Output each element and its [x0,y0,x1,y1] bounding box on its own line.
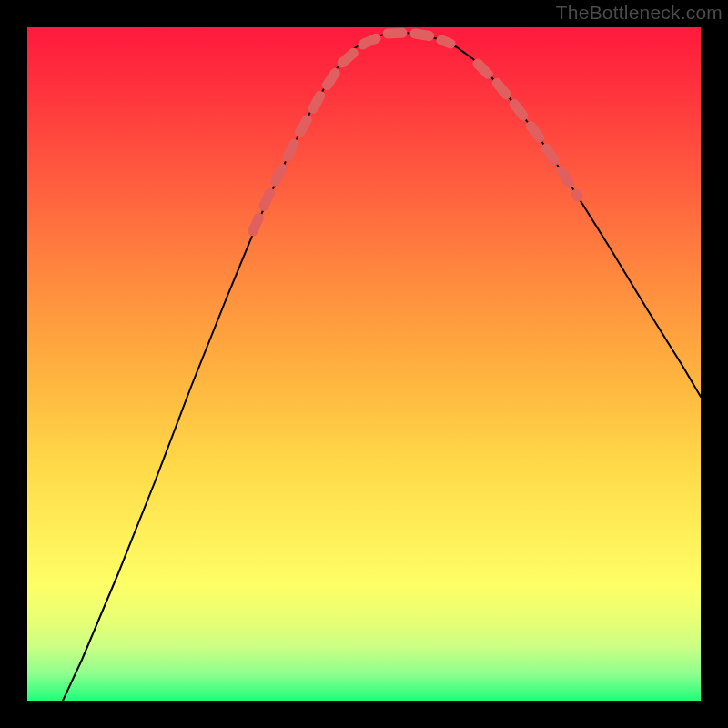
dotted-overlay-0 [253,33,450,231]
chart-plot-area [27,27,701,701]
watermark-text: TheBottleneck.com [556,2,723,24]
chart-svg [27,27,701,701]
bottleneck-curve [63,33,701,701]
dotted-overlay-1 [478,64,578,197]
